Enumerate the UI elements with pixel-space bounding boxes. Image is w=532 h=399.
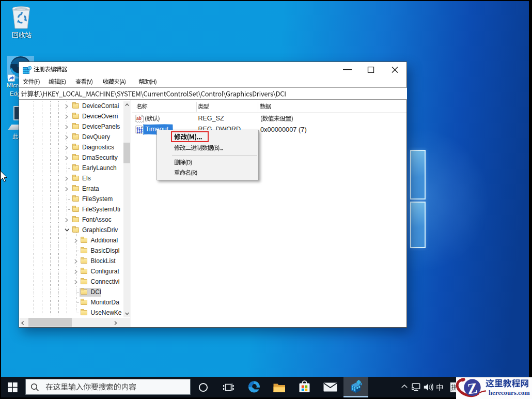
svg-text:110: 110 — [136, 130, 143, 134]
svg-text:Z: Z — [466, 379, 478, 397]
svg-text:ab: ab — [136, 115, 142, 120]
